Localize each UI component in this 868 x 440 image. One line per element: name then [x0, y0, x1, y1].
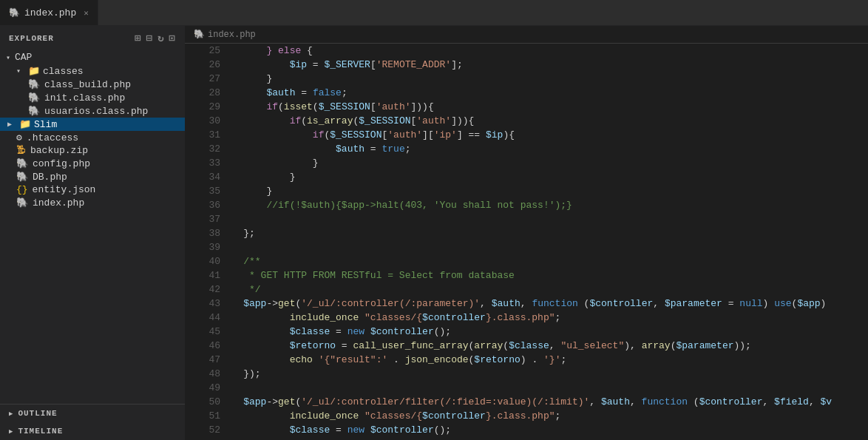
code-line-35: 35 } — [185, 184, 868, 198]
line-content: } — [220, 72, 868, 86]
line-content: */ — [220, 282, 868, 297]
code-line-26: 26 $ip = $_SERVER['REMOTE_ADDR']; — [185, 58, 868, 72]
php-icon: 🐘 — [28, 105, 40, 117]
code-line-40: 40 /** — [185, 254, 868, 268]
sidebar-item-backup[interactable]: 🗜 backup.zip — [0, 144, 185, 157]
explorer-header: EXPLORER ⊞ ⊟ ↻ ⊡ — [0, 26, 185, 50]
line-content: $classe = new $controller(); — [220, 423, 868, 437]
line-number: 40 — [185, 254, 220, 268]
sidebar-item-init-class[interactable]: 🐘 init.class.php — [0, 91, 185, 104]
sidebar-folder-classes[interactable]: ▾ 📁 classes — [0, 64, 185, 78]
code-line-52: 52 $classe = new $controller(); — [185, 423, 868, 437]
code-line-28: 28 $auth = false; — [185, 86, 868, 100]
tab-bar: 🐘 index.php ✕ — [0, 0, 868, 26]
json-icon: {} — [16, 184, 28, 195]
line-content: if(is_array($_SESSION['auth'])){ — [220, 114, 868, 128]
code-line-32: 32 $auth = true; — [185, 142, 868, 156]
line-content: }); — [220, 367, 868, 381]
line-number: 34 — [185, 170, 220, 184]
root-arrow-icon: ▾ — [6, 53, 15, 62]
sidebar-item-class-build[interactable]: 🐘 class_build.php — [0, 78, 185, 91]
line-content: } — [220, 156, 868, 170]
php-icon: 🐘 — [28, 92, 40, 104]
php-icon: 🐘 — [16, 197, 28, 209]
line-content: } else { — [220, 44, 868, 58]
php-tab-icon: 🐘 — [9, 7, 20, 18]
line-number: 25 — [185, 44, 220, 58]
editor-area: 🐘 index.php 25 } else { 26 $ip = $_S — [185, 26, 868, 440]
code-line-44: 44 include_once "classes/{$controller}.c… — [185, 311, 868, 325]
classes-arrow-icon: ▾ — [16, 67, 25, 75]
code-line-38: 38 }; — [185, 226, 868, 240]
code-line-27: 27 } — [185, 72, 868, 86]
line-number: 30 — [185, 114, 220, 128]
line-content: $auth = true; — [220, 142, 868, 156]
folder-icon: 📁 — [19, 118, 31, 130]
line-content: * GET HTTP FROM RESTful = Select from da… — [220, 268, 868, 282]
line-number: 31 — [185, 128, 220, 142]
breadcrumb-php-icon: 🐘 — [194, 29, 205, 40]
tab-index-php[interactable]: 🐘 index.php ✕ — [0, 0, 98, 25]
code-line-43: 43 $app->get('/_ul/:controller(/:paramet… — [185, 297, 868, 311]
code-line-51: 51 include_once "classes/{$controller}.c… — [185, 409, 868, 423]
sidebar-root-cap[interactable]: ▾ CAP — [0, 50, 185, 64]
tab-close-button[interactable]: ✕ — [84, 8, 89, 18]
sidebar-item-index[interactable]: 🐘 index.php — [0, 196, 185, 209]
line-content: $classe = new $controller(); — [220, 325, 868, 339]
line-number: 42 — [185, 282, 220, 297]
outline-panel[interactable]: ▶ OUTLINE — [0, 405, 185, 422]
line-content — [220, 381, 868, 395]
sidebar-item-htaccess[interactable]: ⚙ .htaccess — [0, 131, 185, 144]
code-line-41: 41 * GET HTTP FROM RESTful = Select from… — [185, 268, 868, 282]
outline-arrow-icon: ▶ — [9, 410, 13, 418]
sidebar: EXPLORER ⊞ ⊟ ↻ ⊡ ▾ CAP ▾ 📁 classes 🐘 cla… — [0, 26, 185, 440]
tab-label: index.php — [24, 7, 76, 18]
code-line-30: 30 if(is_array($_SESSION['auth'])){ — [185, 114, 868, 128]
line-content: $app->get('/_ul/:controller/filter(/:fie… — [220, 395, 868, 409]
file-label: .htaccess — [27, 132, 78, 143]
php-icon: 🐘 — [28, 78, 40, 90]
code-editor[interactable]: 25 } else { 26 $ip = $_SERVER['REMOTE_AD… — [185, 44, 868, 440]
timeline-panel[interactable]: ▶ TIMELINE — [0, 422, 185, 440]
sidebar-item-config[interactable]: 🐘 config.php — [0, 157, 185, 170]
line-number: 52 — [185, 423, 220, 437]
timeline-label: TIMELINE — [18, 427, 63, 436]
line-number: 39 — [185, 240, 220, 254]
outline-label: OUTLINE — [18, 409, 57, 418]
line-number: 37 — [185, 212, 220, 226]
line-number: 45 — [185, 325, 220, 339]
php-icon: 🐘 — [16, 171, 28, 183]
file-label: entity.json — [33, 184, 96, 195]
code-line-37: 37 — [185, 212, 868, 226]
code-line-46: 46 $retorno = call_user_func_array(array… — [185, 339, 868, 353]
sidebar-item-db[interactable]: 🐘 DB.php — [0, 170, 185, 183]
line-number: 26 — [185, 58, 220, 72]
explorer-title: EXPLORER — [9, 34, 54, 43]
slim-folder-label: Slim — [34, 119, 57, 130]
collapse-icon[interactable]: ⊡ — [169, 32, 176, 44]
new-folder-icon[interactable]: ⊟ — [146, 32, 153, 44]
breadcrumb: 🐘 index.php — [185, 26, 868, 44]
code-line-29: 29 if(isset($_SESSION['auth'])){ — [185, 100, 868, 114]
sidebar-folder-slim[interactable]: ▶ 📁 Slim — [0, 118, 185, 131]
line-number: 29 — [185, 100, 220, 114]
code-line-31: 31 if($_SESSION['auth']['ip'] == $ip){ — [185, 128, 868, 142]
line-content: echo '{"result":' . json_encode($retorno… — [220, 353, 868, 367]
file-label: DB.php — [33, 172, 67, 183]
file-label: usuarios.class.php — [44, 106, 148, 117]
line-content: if(isset($_SESSION['auth'])){ — [220, 100, 868, 114]
refresh-icon[interactable]: ↻ — [157, 32, 164, 44]
line-content — [220, 240, 868, 254]
code-table: 25 } else { 26 $ip = $_SERVER['REMOTE_AD… — [185, 44, 868, 437]
code-line-47: 47 echo '{"result":' . json_encode($reto… — [185, 353, 868, 367]
code-line-34: 34 } — [185, 170, 868, 184]
line-number: 49 — [185, 381, 220, 395]
line-content: $ip = $_SERVER['REMOTE_ADDR']; — [220, 58, 868, 72]
line-number: 27 — [185, 72, 220, 86]
folder-icon: 📁 — [28, 65, 40, 77]
breadcrumb-label: index.php — [208, 30, 256, 40]
new-file-icon[interactable]: ⊞ — [135, 32, 141, 44]
sidebar-item-usuarios[interactable]: 🐘 usuarios.class.php — [0, 104, 185, 118]
sidebar-item-entity[interactable]: {} entity.json — [0, 183, 185, 196]
line-content: include_once "classes/{$controller}.clas… — [220, 409, 868, 423]
